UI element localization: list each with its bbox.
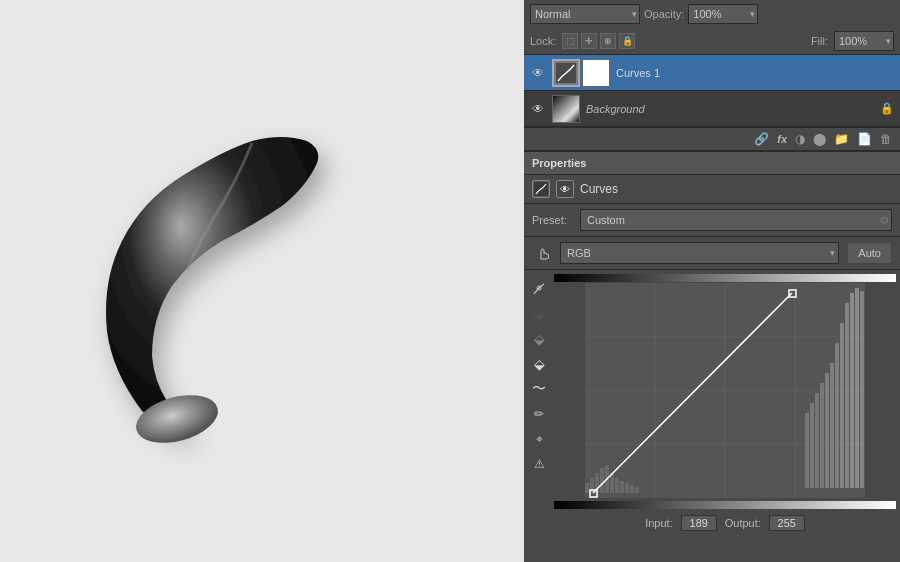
svg-rect-32 bbox=[855, 288, 859, 488]
new-layer-icon[interactable]: 📄 bbox=[857, 132, 872, 146]
curves-title: Curves bbox=[580, 182, 618, 196]
group-icon[interactable]: 📁 bbox=[834, 132, 849, 146]
output-label: Output: bbox=[725, 517, 761, 529]
svg-rect-22 bbox=[805, 413, 809, 488]
delete-icon[interactable]: 🗑 bbox=[880, 132, 892, 146]
lock-transparent-icon[interactable]: ⬚ bbox=[562, 33, 578, 49]
lock-move-icon[interactable]: ✛ bbox=[581, 33, 597, 49]
adjustment-icon[interactable]: ◑ bbox=[795, 132, 805, 146]
svg-rect-21 bbox=[635, 487, 639, 493]
properties-title: Properties bbox=[532, 157, 586, 169]
right-panel: Normal Opacity: 100% Lock: ⬚ ✛ ⊕ 🔒 Fill: bbox=[524, 0, 900, 562]
svg-rect-17 bbox=[615, 478, 619, 493]
svg-rect-30 bbox=[845, 303, 849, 488]
fill-wrapper[interactable]: 100% bbox=[834, 31, 894, 51]
blend-mode-row: Normal Opacity: 100% bbox=[524, 0, 900, 28]
svg-rect-26 bbox=[825, 373, 829, 488]
opacity-wrapper[interactable]: 100% bbox=[688, 4, 758, 24]
lock-label: Lock: bbox=[530, 35, 556, 47]
layer-row-background[interactable]: 👁 Background 🔒 bbox=[524, 91, 900, 127]
svg-rect-33 bbox=[860, 291, 864, 488]
svg-rect-23 bbox=[810, 403, 814, 488]
finger-tool-icon[interactable] bbox=[532, 243, 552, 263]
layer-name-curves: Curves 1 bbox=[616, 67, 894, 79]
svg-rect-11 bbox=[585, 483, 589, 493]
layer-thumb-curves bbox=[552, 59, 580, 87]
svg-rect-25 bbox=[820, 383, 824, 488]
pencil-tool[interactable]: ✏ bbox=[528, 403, 550, 425]
auto-button[interactable]: Auto bbox=[847, 242, 892, 264]
curves-graph-container[interactable]: Input: 189 Output: 255 bbox=[554, 274, 896, 558]
background-lock-icon: 🔒 bbox=[880, 102, 894, 115]
horn-body bbox=[106, 137, 318, 432]
preset-select[interactable]: Custom bbox=[580, 209, 892, 231]
layer-name-background: Background bbox=[586, 103, 874, 115]
channel-row: RGB Red Green Blue Auto bbox=[524, 237, 900, 270]
image-canvas bbox=[0, 0, 524, 562]
channel-select[interactable]: RGB Red Green Blue bbox=[560, 242, 839, 264]
preset-label: Preset: bbox=[532, 214, 572, 226]
svg-rect-29 bbox=[840, 323, 844, 488]
eye-icon-curves[interactable]: 👁 bbox=[530, 65, 546, 81]
warning-tool[interactable]: ⚠ bbox=[528, 453, 550, 475]
input-value[interactable]: 189 bbox=[681, 515, 717, 531]
preset-row: Preset: Custom bbox=[524, 204, 900, 237]
properties-header: Properties bbox=[524, 152, 900, 175]
lock-fill-row: Lock: ⬚ ✛ ⊕ 🔒 Fill: 100% bbox=[524, 28, 900, 55]
top-gradient-bar bbox=[554, 274, 896, 282]
bottom-gradient-bar bbox=[554, 501, 896, 509]
svg-rect-27 bbox=[830, 363, 834, 488]
input-output-row: Input: 189 Output: 255 bbox=[554, 512, 896, 534]
mask-icon[interactable]: ⬤ bbox=[813, 132, 826, 146]
curves-header-row: 👁 Curves bbox=[524, 175, 900, 204]
curve-point-tool[interactable] bbox=[528, 278, 550, 300]
lock-icons: ⬚ ✛ ⊕ 🔒 bbox=[562, 33, 635, 49]
eye-icon-background[interactable]: 👁 bbox=[530, 101, 546, 117]
channel-select-wrapper[interactable]: RGB Red Green Blue bbox=[560, 242, 839, 264]
curves-eye-icon[interactable]: 👁 bbox=[556, 180, 574, 198]
opacity-select[interactable]: 100% bbox=[688, 4, 758, 24]
blend-mode-select[interactable]: Normal bbox=[530, 4, 640, 24]
preset-select-wrapper[interactable]: Custom bbox=[580, 209, 892, 231]
blend-mode-wrapper[interactable]: Normal bbox=[530, 4, 640, 24]
lock-artboard-icon[interactable]: ⊕ bbox=[600, 33, 616, 49]
curve-smooth-tool[interactable]: 〜 bbox=[528, 378, 550, 400]
fill-select[interactable]: 100% bbox=[834, 31, 894, 51]
curves-adjust-icon bbox=[532, 180, 550, 198]
input-label: Input: bbox=[645, 517, 673, 529]
svg-rect-31 bbox=[850, 293, 854, 488]
opacity-label: Opacity: bbox=[644, 8, 684, 20]
eyedropper-black-tool[interactable]: ⬙ bbox=[528, 303, 550, 325]
svg-rect-19 bbox=[625, 483, 629, 493]
layers-panel: Normal Opacity: 100% Lock: ⬚ ✛ ⊕ 🔒 Fill: bbox=[524, 0, 900, 128]
svg-rect-28 bbox=[835, 343, 839, 488]
layer-thumb-background bbox=[552, 95, 580, 123]
curves-svg[interactable] bbox=[554, 283, 896, 498]
eyedropper-white-tool[interactable]: ⬙ bbox=[528, 353, 550, 375]
svg-rect-18 bbox=[620, 481, 624, 493]
svg-rect-20 bbox=[630, 485, 634, 493]
svg-rect-24 bbox=[815, 393, 819, 488]
svg-rect-14 bbox=[600, 468, 604, 493]
eyedropper-gray-tool[interactable]: ⬙ bbox=[528, 328, 550, 350]
panel-icons-row: 🔗 fx ◑ ⬤ 📁 📄 🗑 bbox=[524, 128, 900, 152]
layer-mask-curves bbox=[582, 59, 610, 87]
horn-image bbox=[32, 81, 492, 481]
target-tool[interactable]: ⌖ bbox=[528, 428, 550, 450]
curves-graph-area: ⬙ ⬙ ⬙ 〜 ✏ ⌖ ⚠ bbox=[524, 270, 900, 562]
fill-label: Fill: bbox=[811, 35, 828, 47]
output-value[interactable]: 255 bbox=[769, 515, 805, 531]
lock-all-icon[interactable]: 🔒 bbox=[619, 33, 635, 49]
link-icon[interactable]: 🔗 bbox=[754, 132, 769, 146]
fx-icon[interactable]: fx bbox=[777, 133, 787, 145]
layer-row-curves[interactable]: 👁 Curves 1 bbox=[524, 55, 900, 91]
curves-tools-column: ⬙ ⬙ ⬙ 〜 ✏ ⌖ ⚠ bbox=[528, 274, 552, 558]
properties-panel: Properties 👁 Curves Preset: Custom bbox=[524, 152, 900, 562]
